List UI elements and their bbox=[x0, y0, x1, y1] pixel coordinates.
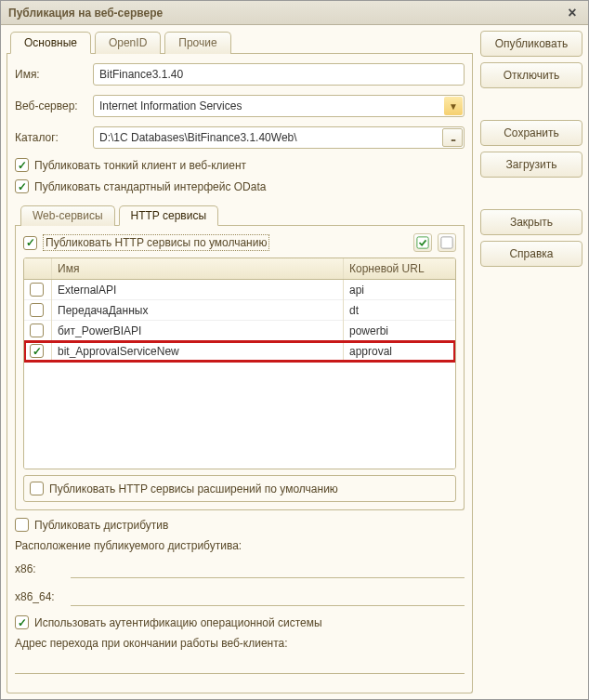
titlebar: Публикация на веб-сервере × bbox=[1, 1, 588, 25]
col-url-header: Корневой URL bbox=[344, 258, 455, 279]
tab-web-services[interactable]: Web-сервисы bbox=[20, 205, 115, 226]
row-name: ПередачаДанных bbox=[52, 300, 344, 321]
col-name-header: Имя bbox=[52, 258, 344, 279]
load-button[interactable]: Загрузить bbox=[480, 152, 582, 178]
browse-button[interactable]: ... bbox=[442, 128, 463, 147]
tab-other[interactable]: Прочие bbox=[164, 32, 230, 54]
http-services-body: Публиковать HTTP сервисы по умолчанию bbox=[15, 226, 465, 510]
row-url: powerbi bbox=[344, 321, 455, 341]
name-input[interactable] bbox=[93, 63, 465, 86]
tab-http-services[interactable]: HTTP сервисы bbox=[119, 205, 219, 226]
publish-dist-checkbox[interactable] bbox=[15, 518, 29, 532]
webserver-label: Веб-сервер: bbox=[15, 99, 87, 112]
help-button[interactable]: Справка bbox=[480, 241, 582, 267]
save-button[interactable]: Сохранить bbox=[480, 120, 582, 146]
redirect-input[interactable] bbox=[15, 655, 465, 674]
publish-ext-label: Публиковать HTTP сервисы расширений по у… bbox=[49, 482, 338, 495]
close-button[interactable]: Закрыть bbox=[480, 209, 582, 235]
svg-rect-1 bbox=[441, 237, 452, 248]
dialog-window: Публикация на веб-сервере × Основные Ope… bbox=[0, 0, 589, 700]
x86-input[interactable] bbox=[71, 560, 465, 578]
odata-label: Публиковать стандартный интерфейс OData bbox=[34, 180, 266, 193]
row-name: бит_PowerBIAPI bbox=[52, 321, 344, 341]
tab-main-body: Имя: Веб-сервер: ▼ Каталог: ... bbox=[7, 54, 473, 693]
http-services-table: Имя Корневой URL ExternalAPI api bbox=[23, 258, 456, 469]
os-auth-checkbox[interactable] bbox=[15, 615, 29, 629]
col-check-header bbox=[24, 258, 52, 279]
dist-location-label: Расположение публикуемого дистрибутива: bbox=[15, 539, 465, 552]
window-title: Публикация на веб-сервере bbox=[8, 7, 163, 20]
dialog-body: Основные OpenID Прочие Имя: Веб-сервер: … bbox=[1, 25, 588, 699]
row-checkbox[interactable] bbox=[30, 324, 44, 337]
catalog-input[interactable] bbox=[93, 126, 465, 149]
catalog-label: Каталог: bbox=[15, 131, 87, 144]
publish-http-default-checkbox[interactable] bbox=[23, 236, 37, 250]
row-url: dt bbox=[344, 300, 455, 321]
x86-64-input[interactable] bbox=[71, 588, 465, 606]
thin-client-checkbox[interactable] bbox=[15, 158, 29, 172]
row-name: ExternalAPI bbox=[52, 280, 344, 300]
odata-checkbox[interactable] bbox=[15, 179, 29, 193]
row-url: api bbox=[344, 280, 455, 300]
table-row[interactable]: ExternalAPI api bbox=[24, 280, 455, 300]
os-auth-label: Использовать аутентификацию операционной… bbox=[34, 616, 322, 629]
row-checkbox[interactable] bbox=[30, 303, 44, 317]
right-panel: Опубликовать Отключить Сохранить Загрузи… bbox=[480, 31, 582, 693]
odata-row: Публиковать стандартный интерфейс OData bbox=[15, 179, 465, 193]
publish-button[interactable]: Опубликовать bbox=[480, 31, 582, 57]
thin-client-row: Публиковать тонкий клиент и веб-клиент bbox=[15, 158, 465, 172]
chevron-down-icon[interactable]: ▼ bbox=[444, 97, 463, 115]
row-name: bit_ApprovalServiceNew bbox=[52, 341, 344, 362]
svg-rect-0 bbox=[417, 237, 428, 248]
left-panel: Основные OpenID Прочие Имя: Веб-сервер: … bbox=[7, 31, 473, 693]
uncheck-all-icon[interactable] bbox=[438, 233, 456, 252]
publish-dist-label: Публиковать дистрибутив bbox=[34, 519, 168, 532]
check-all-icon[interactable] bbox=[413, 233, 432, 252]
close-icon[interactable]: × bbox=[564, 5, 581, 21]
x86-64-label: x86_64: bbox=[15, 590, 65, 603]
table-row[interactable]: ПередачаДанных dt bbox=[24, 300, 455, 321]
tab-openid[interactable]: OpenID bbox=[95, 32, 161, 54]
publish-ext-checkbox[interactable] bbox=[30, 482, 44, 495]
table-body: ExternalAPI api ПередачаДанных dt бит_Po… bbox=[24, 280, 455, 469]
x86-label: x86: bbox=[15, 562, 65, 575]
disconnect-button[interactable]: Отключить bbox=[480, 62, 582, 88]
table-header: Имя Корневой URL bbox=[24, 258, 455, 280]
services-tabs: Web-сервисы HTTP сервисы bbox=[15, 205, 465, 226]
row-checkbox[interactable] bbox=[30, 283, 44, 297]
thin-client-label: Публиковать тонкий клиент и веб-клиент bbox=[34, 159, 246, 172]
webserver-select[interactable] bbox=[93, 95, 465, 117]
table-row[interactable]: бит_PowerBIAPI powerbi bbox=[24, 321, 455, 341]
table-row-highlighted[interactable]: bit_ApprovalServiceNew approval bbox=[24, 341, 455, 362]
main-tabs: Основные OpenID Прочие bbox=[7, 31, 473, 54]
publish-ext-row: Публиковать HTTP сервисы расширений по у… bbox=[23, 475, 456, 502]
name-label: Имя: bbox=[15, 68, 87, 81]
redirect-label: Адрес перехода при окончании работы веб-… bbox=[15, 637, 465, 650]
row-url: approval bbox=[344, 341, 455, 362]
row-checkbox[interactable] bbox=[30, 344, 44, 358]
publish-http-default-label: Публиковать HTTP сервисы по умолчанию bbox=[43, 234, 269, 251]
tab-main[interactable]: Основные bbox=[10, 32, 91, 54]
